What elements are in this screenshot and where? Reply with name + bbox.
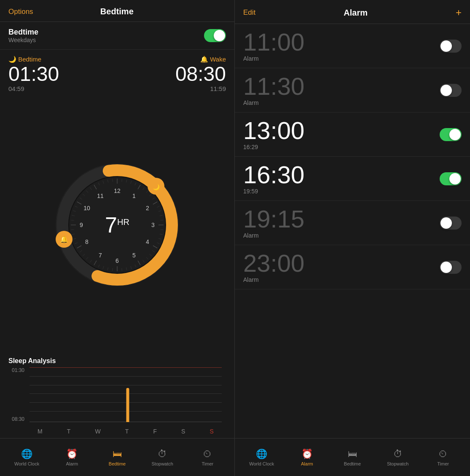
tab-timer[interactable]: ⏲ Timer [185, 449, 230, 466]
day-s1: S [181, 428, 185, 435]
clock-container[interactable]: 12 1 2 3 4 5 6 7 8 9 10 11 🔔 [50, 158, 185, 292]
clock-area: 12 1 2 3 4 5 6 7 8 9 10 11 🔔 [0, 96, 234, 353]
svg-text:7: 7 [99, 252, 102, 259]
svg-text:3: 3 [151, 222, 155, 228]
tab-world-clock[interactable]: 🌐 World Clock [4, 449, 49, 466]
alarm-1130-time[interactable]: 11:30 [243, 74, 304, 99]
alarm-item-1130: 11:30 Alarm [235, 68, 470, 112]
svg-text:2: 2 [146, 205, 149, 211]
right-panel: Edit Alarm + 11:00 Alarm 11:30 Alarm 13:… [235, 0, 470, 476]
days-row: M T W T F S S [0, 425, 234, 438]
right-tab-alarm[interactable]: ⏰ Alarm [285, 449, 330, 466]
bedtime-block: 🌙 Bedtime 01:30 04:59 [8, 56, 59, 92]
svg-text:9: 9 [80, 222, 83, 228]
right-tab-stopwatch[interactable]: ⏱ Stopwatch [375, 449, 421, 466]
tab-bedtime-label: Bedtime [109, 461, 126, 466]
svg-text:1: 1 [132, 193, 136, 199]
times-row: 🌙 Bedtime 01:30 04:59 🔔 Wake 08:30 11:59 [0, 50, 234, 96]
alarm-1100-info: 11:00 Alarm [243, 30, 304, 62]
alarm-1100-toggle[interactable] [440, 40, 462, 53]
svg-text:12: 12 [114, 187, 121, 194]
alarm-item-1100: 11:00 Alarm [235, 24, 470, 68]
right-tab-world-clock[interactable]: 🌐 World Clock [239, 449, 285, 466]
right-tab-bedtime-label: Bedtime [344, 461, 361, 466]
alarm-1630-info: 16:30 19:59 [243, 163, 304, 195]
chart-label-top: 01:30 [12, 367, 24, 373]
right-header: Edit Alarm + [235, 0, 470, 24]
tab-world-clock-label: World Clock [14, 461, 39, 466]
wake-sub: 11:59 [175, 85, 226, 92]
alarm-1300-sub: 16:29 [243, 144, 304, 150]
alarm-1300-toggle[interactable] [440, 128, 462, 141]
right-tab-timer-label: Timer [437, 461, 449, 466]
right-tab-world-clock-label: World Clock [249, 461, 274, 466]
alarm-1300-info: 13:00 16:29 [243, 118, 304, 150]
day-t2: T [125, 428, 129, 435]
alarm-1915-info: 19:15 Alarm [243, 207, 304, 239]
day-t1: T [67, 428, 71, 435]
bedtime-label: 🌙 Bedtime [8, 56, 59, 63]
wake-label: 🔔 Wake [175, 56, 226, 63]
sleep-analysis-title: Sleep Analysis [8, 357, 226, 365]
alarm-1915-sub: Alarm [243, 232, 304, 239]
day-f: F [153, 428, 157, 435]
left-tab-bar: 🌐 World Clock ⏰ Alarm 🛏 Bedtime ⏱ Stopwa… [0, 438, 234, 476]
right-stopwatch-icon: ⏱ [393, 449, 403, 460]
right-tab-bedtime[interactable]: 🛏 Bedtime [330, 449, 375, 466]
day-w: W [95, 428, 100, 435]
alarm-item-1300: 13:00 16:29 [235, 112, 470, 157]
alarm-2300-sub: Alarm [243, 276, 304, 283]
bedtime-toggle[interactable] [204, 29, 226, 42]
svg-text:🔔: 🔔 [60, 235, 68, 243]
alarm-1630-time[interactable]: 16:30 [243, 163, 304, 187]
svg-text:🌙: 🌙 [153, 184, 160, 191]
right-title: Alarm [344, 8, 368, 18]
clock-svg: 12 1 2 3 4 5 6 7 8 9 10 11 🔔 [50, 158, 185, 292]
timer-icon: ⏲ [203, 449, 212, 460]
day-m: M [38, 428, 43, 435]
bedtime-icon: 🌙 [8, 56, 18, 63]
right-alarm-icon: ⏰ [301, 449, 313, 460]
tab-alarm-label: Alarm [66, 461, 78, 466]
alarm-1630-toggle[interactable] [440, 172, 462, 185]
chart-label-bottom: 08:30 [12, 416, 24, 422]
alarm-1915-time[interactable]: 19:15 [243, 207, 304, 231]
add-alarm-button[interactable]: + [456, 7, 462, 19]
tab-timer-label: Timer [202, 461, 214, 466]
svg-text:8: 8 [85, 238, 89, 245]
options-button[interactable]: Options [8, 8, 33, 16]
alarm-1300-time[interactable]: 13:00 [243, 118, 304, 143]
alarm-2300-toggle[interactable] [440, 261, 462, 274]
right-tab-alarm-label: Alarm [301, 461, 313, 466]
bedtime-tab-icon: 🛏 [113, 449, 122, 460]
tab-alarm[interactable]: ⏰ Alarm [49, 449, 94, 466]
bedtime-sub-label: Weekdays [8, 37, 38, 43]
right-timer-icon: ⏲ [438, 449, 448, 460]
alarm-item-2300: 23:00 Alarm [235, 245, 470, 289]
edit-button[interactable]: Edit [243, 8, 255, 17]
svg-text:5: 5 [132, 252, 136, 259]
right-tab-timer[interactable]: ⏲ Timer [420, 449, 466, 466]
wake-time[interactable]: 08:30 [175, 64, 226, 84]
tab-stopwatch[interactable]: ⏱ Stopwatch [140, 449, 185, 466]
alarm-1100-time[interactable]: 11:00 [243, 30, 304, 54]
alarm-1130-toggle[interactable] [440, 84, 462, 97]
tab-stopwatch-label: Stopwatch [152, 461, 173, 466]
alarm-1915-toggle[interactable] [440, 217, 462, 230]
alarm-1630-sub: 19:59 [243, 188, 304, 195]
left-header: Options Bedtime [0, 0, 234, 22]
wake-block: 🔔 Wake 08:30 11:59 [175, 56, 226, 92]
svg-text:11: 11 [97, 193, 104, 199]
svg-text:4: 4 [146, 238, 149, 245]
bedtime-label-group: Bedtime Weekdays [8, 28, 38, 43]
alarm-1130-info: 11:30 Alarm [243, 74, 304, 106]
alarm-2300-time[interactable]: 23:00 [243, 251, 304, 275]
world-clock-icon: 🌐 [21, 449, 32, 460]
alarm-icon: ⏰ [66, 449, 78, 460]
bedtime-time[interactable]: 01:30 [8, 64, 59, 84]
stopwatch-icon: ⏱ [158, 449, 167, 460]
bedtime-sub: 04:59 [8, 85, 59, 92]
left-title: Bedtime [100, 7, 134, 16]
alarm-1100-sub: Alarm [243, 55, 304, 62]
tab-bedtime[interactable]: 🛏 Bedtime [94, 449, 140, 466]
